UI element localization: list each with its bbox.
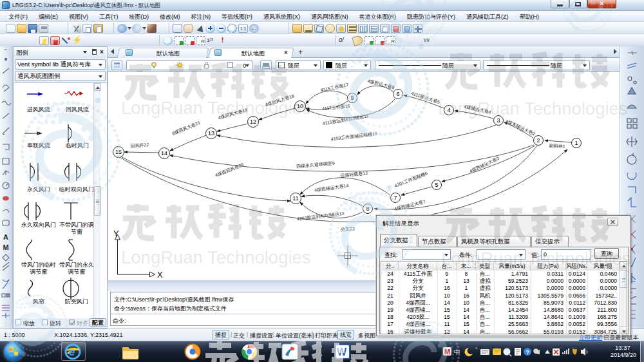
svg-text:A: A [3, 233, 8, 241]
svg-text:4115胶运到4113辅运11: 4115胶运到4113辅运11 [322, 113, 369, 126]
svg-text:4煤回风大巷19: 4煤回风大巷19 [218, 108, 248, 121]
svg-text:8: 8 [366, 205, 369, 212]
svg-text:10: 10 [297, 103, 303, 110]
svg-text:M: M [3, 243, 8, 251]
svg-text:°: ° [475, 347, 477, 352]
svg-text:回风井22: 回风井22 [130, 142, 149, 149]
svg-text:7: 7 [393, 195, 397, 201]
svg-text:6煤回风大巷21: 6煤回风大巷21 [171, 120, 201, 137]
svg-text:运煤转载巷12: 运煤转载巷12 [340, 171, 368, 178]
svg-text:4煤东辅运大巷2: 4煤东辅运大巷2 [505, 119, 536, 137]
svg-text:5: 5 [435, 182, 438, 188]
svg-text:中: 中 [454, 348, 460, 356]
svg-text:2: 2 [536, 137, 540, 144]
svg-text:e: e [69, 346, 75, 358]
svg-text:1: 1 [574, 140, 578, 146]
svg-text:14: 14 [161, 150, 167, 157]
svg-text:11: 11 [292, 195, 298, 202]
svg-text:M: M [444, 348, 450, 356]
svg-text:9: 9 [350, 95, 354, 101]
svg-text:4煤回风大巷18: 4煤回风大巷18 [265, 93, 295, 108]
svg-text:3: 3 [497, 117, 500, 124]
svg-text:4: 4 [447, 107, 450, 113]
svg-text:4109工作面辅运顺槽10: 4109工作面辅运顺槽10 [330, 131, 377, 142]
svg-text:W: W [337, 347, 347, 357]
svg-text:4115工作面17: 4115工作面17 [320, 82, 349, 93]
svg-text:4煤胶运大巷8: 4煤胶运大巷8 [367, 79, 395, 91]
svg-text:分支23: 分支23 [340, 226, 355, 233]
svg-text:4203胶运到4203辅运13: 4203胶运到4203辅运13 [297, 211, 345, 222]
svg-text:12: 12 [250, 119, 256, 125]
svg-text:4201工作面顺槽6: 4201工作面顺槽6 [394, 171, 429, 189]
svg-text:副斜井1: 副斜井1 [549, 143, 565, 149]
svg-text:4煤西回风巷20: 4煤西回风巷20 [214, 162, 244, 178]
svg-text:6: 6 [396, 91, 399, 97]
svg-text:Y: Y [113, 229, 119, 238]
svg-text:?: ? [526, 349, 530, 356]
svg-text:4煤辅运大巷4: 4煤辅运大巷4 [464, 104, 492, 115]
svg-text:15: 15 [115, 149, 122, 155]
svg-text:四煤永久避难硐室9: 四煤永久避难硐室9 [296, 160, 335, 169]
svg-text:X: X [157, 270, 163, 280]
svg-text:4煤西辅运大巷14: 4煤西辅运大巷14 [314, 183, 349, 193]
svg-text:4117工作面16: 4117工作面16 [322, 104, 351, 112]
svg-text:13: 13 [208, 130, 214, 137]
